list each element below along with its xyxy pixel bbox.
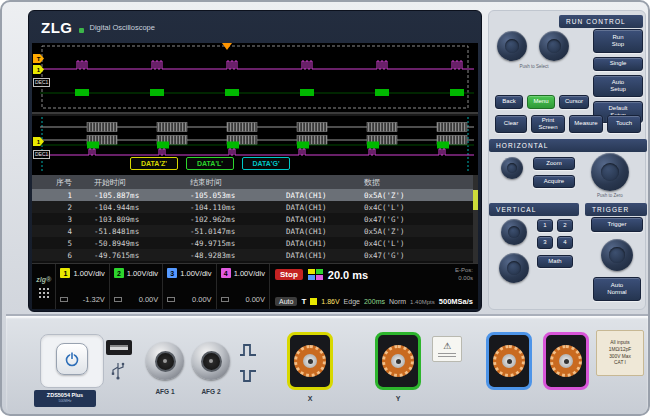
run-stop-button[interactable]: Run Stop	[593, 29, 643, 53]
horizontal-scale-value[interactable]: 20.0 ms	[328, 269, 368, 281]
screen-corner-cell: zlg®	[32, 264, 55, 309]
menu-grid-icon[interactable]	[38, 287, 49, 298]
vertical-scale-knob[interactable]	[499, 253, 529, 283]
cell-index: 2	[32, 203, 82, 212]
trigger-position-icon[interactable]	[222, 43, 232, 50]
power-icon	[64, 351, 80, 367]
usb-port	[106, 340, 132, 355]
brand-logo-dot-icon	[79, 28, 84, 33]
scrollbar-thumb[interactable]	[473, 190, 478, 210]
cell-index: 3	[32, 215, 82, 224]
trigger-button[interactable]: Trigger	[591, 217, 643, 232]
table-row[interactable]: 4 -51.8481ms -51.0147ms DATA(CH1) 0x5A('…	[32, 225, 478, 237]
rating-line: CAT I	[614, 360, 626, 366]
cursor-button[interactable]: Cursor	[559, 95, 589, 109]
control-panel: RUN CONTROL Push to Select Run Stop Sing…	[488, 10, 646, 310]
channel4-button[interactable]: 4	[557, 236, 573, 249]
status-bar: zlg® 1 1.00V/div -1.32V 2	[32, 263, 478, 309]
cell-type: DATA(CH1)	[274, 191, 352, 200]
channel-enable-indicators	[308, 269, 323, 280]
decode1-label: DEC1	[33, 78, 50, 87]
coupling-icon	[114, 297, 122, 302]
single-button[interactable]: Single	[593, 57, 643, 71]
horizontal-position-knob[interactable]	[501, 157, 523, 179]
afg2-connector	[192, 342, 230, 380]
decode-table: 序号 开始时间 结束时间 数据 1 -105.887ms -105.053ms …	[32, 175, 478, 263]
trigger-level-knob[interactable]	[601, 239, 633, 271]
brand-logo: ZLG	[41, 19, 73, 36]
waveform-area[interactable]: T 1 DEC1 1 DEC1 DATA'Z' DATA'L' DATA'G'	[32, 43, 478, 175]
record-time: 200ms	[364, 298, 385, 305]
trigger-label: T	[301, 297, 306, 306]
channel2-button[interactable]: 2	[557, 219, 573, 232]
trigger-level-value: 1.86V	[321, 298, 339, 305]
measure-button[interactable]: Measure	[569, 115, 603, 133]
table-header-index: 序号	[32, 177, 82, 188]
cell-data: 0x5A('Z')	[352, 191, 478, 200]
channel3-button[interactable]: 3	[537, 236, 553, 249]
screen-header: ZLG Digital Oscilloscope	[29, 11, 481, 43]
run-control-header: RUN CONTROL	[559, 15, 643, 28]
run-state-badge[interactable]: Stop	[275, 269, 303, 280]
trigger-type: Edge	[344, 298, 360, 305]
table-row[interactable]: 5 -50.8949ms -49.9715ms DATA(CH1) 0x4C('…	[32, 237, 478, 249]
power-button[interactable]	[56, 343, 88, 375]
cell-end: -105.053ms	[178, 191, 274, 200]
channel3-badge: 3	[167, 268, 177, 278]
pulse-output-icon	[238, 342, 258, 358]
table-row[interactable]: 1 -105.887ms -105.053ms DATA(CH1) 0x5A('…	[32, 189, 478, 201]
channel1-status[interactable]: 1 1.00V/div -1.32V	[55, 264, 108, 309]
vertical-position-knob[interactable]	[501, 219, 527, 245]
channel4-offset: 0.00V	[245, 295, 265, 304]
decode-tag-z: DATA'Z'	[130, 157, 178, 170]
oscilloscope-device: ZLG Digital Oscilloscope	[0, 0, 650, 416]
menu-button[interactable]: Menu	[527, 95, 555, 109]
table-row[interactable]: 3 -103.809ms -102.962ms DATA(CH1) 0x47('…	[32, 213, 478, 225]
touch-button[interactable]: Touch	[607, 115, 641, 133]
model-name: ZDS5054 Plus	[34, 392, 96, 399]
table-row[interactable]: 6 -49.7615ms -48.9283ms DATA(CH1) 0x47('…	[32, 249, 478, 261]
epos-label: E-Pos:	[455, 267, 473, 275]
trigger-source-icon	[310, 298, 317, 305]
cell-data: 0x4C('L')	[352, 239, 478, 248]
cell-start: -104.944ms	[82, 203, 178, 212]
acquire-button[interactable]: Acquire	[533, 175, 575, 188]
channel2-offset: 0.00V	[139, 295, 159, 304]
intensity-knob[interactable]	[497, 31, 527, 61]
channel1-input	[287, 332, 333, 390]
vertical-header: VERTICAL	[489, 203, 579, 216]
channel2-badge: 2	[114, 268, 124, 278]
table-row[interactable]: 2 -104.944ms -104.110ms DATA(CH1) 0x4C('…	[32, 201, 478, 213]
back-button[interactable]: Back	[495, 95, 523, 109]
decode-tag-l: DATA'L'	[186, 157, 234, 170]
math-button[interactable]: Math	[537, 255, 573, 268]
horizontal-header: HORIZONTAL	[489, 139, 647, 152]
zoom-button[interactable]: Zoom	[533, 157, 575, 170]
multifunction-knob[interactable]	[539, 31, 569, 61]
auto-setup-button[interactable]: Auto Setup	[593, 75, 643, 97]
ch4-indicator	[316, 275, 323, 280]
acquire-mode: Norm	[389, 298, 406, 305]
pulse-output2-icon	[238, 368, 258, 384]
channel1-button[interactable]: 1	[537, 219, 553, 232]
clear-button[interactable]: Clear	[495, 115, 527, 133]
cell-type: DATA(CH1)	[274, 227, 352, 236]
print-screen-button[interactable]: Print Screen	[531, 115, 565, 133]
channel4-status[interactable]: 4 1.00V/div 0.00V	[216, 264, 269, 309]
front-panel: ZDS5054 Plus 500MHz AFG 1 AFG 2	[6, 314, 648, 414]
horizontal-offset: E-Pos: 0.00s	[455, 267, 473, 282]
ch2-indicator	[316, 269, 323, 274]
memory-depth: 1.40Mpts	[410, 299, 435, 305]
channel3-offset: 0.00V	[192, 295, 212, 304]
trigger-mode-badge[interactable]: Auto	[275, 297, 297, 306]
coupling-icon	[167, 297, 175, 302]
table-scrollbar[interactable]	[473, 175, 478, 263]
table-header-end: 结束时间	[178, 177, 274, 188]
horizontal-scale-knob[interactable]	[591, 153, 629, 191]
channel1-offset: -1.32V	[83, 295, 105, 304]
table-header-data: 数据	[352, 177, 478, 188]
auto-normal-button[interactable]: Auto Normal	[593, 277, 641, 301]
channel3-scale: 1.00V/div	[180, 269, 211, 278]
channel2-status[interactable]: 2 1.00V/div 0.00V	[109, 264, 162, 309]
channel3-status[interactable]: 3 1.00V/div 0.00V	[162, 264, 215, 309]
